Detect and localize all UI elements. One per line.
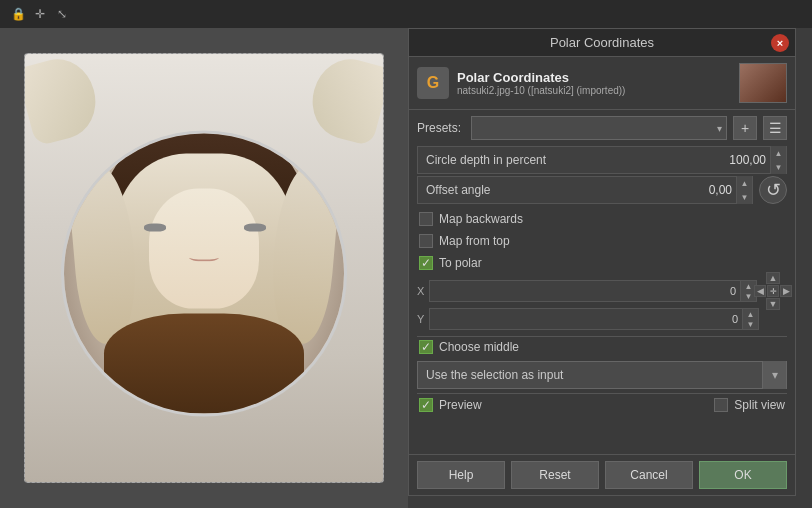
preview-row: ✓ Preview Split view [417,393,787,416]
x-value: 0 [730,285,736,297]
map-from-top-row: Map from top [417,230,787,252]
move-icon[interactable]: ✛ [30,4,50,24]
map-backwards-checkbox[interactable] [419,212,433,226]
circle-depth-up[interactable]: ▲ [771,146,786,160]
ok-button[interactable]: OK [699,461,787,489]
presets-row: Presets: ▾ + ☰ [417,116,787,140]
presets-menu-button[interactable]: ☰ [763,116,787,140]
plugin-thumbnail [739,63,787,103]
split-view-row: Split view [714,398,785,412]
bottom-buttons: Help Reset Cancel OK [409,454,795,495]
circle-depth-down[interactable]: ▼ [771,160,786,174]
choose-middle-row: ✓ Choose middle [417,336,787,357]
split-view-checkbox[interactable] [714,398,728,412]
map-from-top-label: Map from top [439,234,510,248]
resize-icon[interactable]: ⤡ [52,4,72,24]
to-polar-checkbox[interactable]: ✓ [419,256,433,270]
split-view-label: Split view [734,398,785,412]
offset-angle-row: Offset angle 0,00 ▲ ▼ [417,176,753,204]
circle-depth-value: 100,00 [705,153,770,167]
dialog-title-bar: Polar Coordinates × [409,29,795,57]
offset-angle-reset-button[interactable]: ↺ [759,176,787,204]
y-spinners: ▲ ▼ [743,308,759,330]
plugin-name: Polar Coordinates [457,70,731,85]
canvas-image [24,53,384,483]
x-slider[interactable]: 0 [429,280,741,302]
to-polar-label: To polar [439,256,482,270]
character-circle [64,134,344,414]
nav-right-arrow[interactable]: ▶ [780,285,792,297]
y-up[interactable]: ▲ [743,309,758,319]
selection-dropdown-arrow-icon: ▾ [762,361,786,389]
cancel-button[interactable]: Cancel [605,461,693,489]
nav-left-arrow[interactable]: ◀ [754,285,766,297]
y-down[interactable]: ▼ [743,319,758,329]
nav-control: ▲ ◀ ✛ ▶ ▼ [759,272,787,310]
map-backwards-label: Map backwards [439,212,523,226]
offset-angle-down[interactable]: ▼ [737,190,752,204]
y-slider[interactable]: 0 [429,308,743,330]
circle-depth-row: Circle depth in percent 100,00 ▲ ▼ [417,146,787,174]
circle-depth-spinners: ▲ ▼ [770,146,786,174]
top-icon-group: 🔒 ✛ ⤡ [8,4,72,24]
close-button[interactable]: × [771,34,789,52]
y-value: 0 [732,313,738,325]
y-row: Y 0 ▲ ▼ [417,306,787,332]
circle-depth-label: Circle depth in percent [418,153,705,167]
nav-up-arrow[interactable]: ▲ [766,272,780,284]
top-bar: 🔒 ✛ ⤡ [0,0,812,28]
map-backwards-row: Map backwards [417,208,787,230]
choose-middle-checkbox[interactable]: ✓ [419,340,433,354]
x-row: X 0 ▲ ▼ ▲ ◀ ✛ ▶ ▼ [417,278,787,304]
offset-angle-value: 0,00 [671,183,736,197]
preview-checkbox[interactable]: ✓ [419,398,433,412]
offset-angle-spinners: ▲ ▼ [736,176,752,204]
presets-add-button[interactable]: + [733,116,757,140]
selection-dropdown[interactable]: Use the selection as input ▾ [417,361,787,389]
preview-label: Preview [439,398,482,412]
nav-down-arrow[interactable]: ▼ [766,298,780,310]
reset-button[interactable]: Reset [511,461,599,489]
xy-section: X 0 ▲ ▼ ▲ ◀ ✛ ▶ ▼ [417,278,787,332]
plugin-info: Polar Coordinates natsuki2.jpg-10 ([nats… [457,70,731,96]
lock-icon[interactable]: 🔒 [8,4,28,24]
choose-middle-label: Choose middle [439,340,519,354]
presets-arrow-icon: ▾ [717,123,722,134]
dialog-title: Polar Coordinates [550,35,654,50]
offset-angle-label: Offset angle [418,183,671,197]
plugin-header: G Polar Coordinates natsuki2.jpg-10 ([na… [409,57,795,110]
plugin-file: natsuki2.jpg-10 ([natsuki2] (imported)) [457,85,731,96]
help-button[interactable]: Help [417,461,505,489]
plugin-icon: G [417,67,449,99]
map-from-top-checkbox[interactable] [419,234,433,248]
polar-coordinates-dialog: Polar Coordinates × G Polar Coordinates … [408,28,796,496]
to-polar-row: ✓ To polar [417,252,787,274]
y-label: Y [417,313,429,325]
offset-angle-up[interactable]: ▲ [737,176,752,190]
selection-dropdown-text: Use the selection as input [418,368,762,382]
presets-select[interactable]: ▾ [471,116,727,140]
canvas-area [0,28,408,508]
presets-label: Presets: [417,121,465,135]
x-label: X [417,285,429,297]
dialog-content: Presets: ▾ + ☰ Circle depth in percent 1… [409,110,795,422]
nav-center[interactable]: ✛ [767,285,779,297]
